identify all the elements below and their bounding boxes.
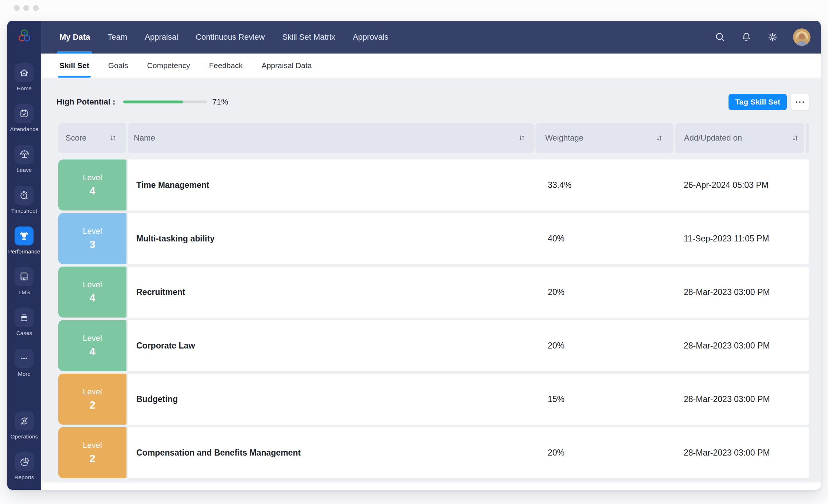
search-icon[interactable] — [714, 31, 726, 43]
skill-name: Corporate Law — [128, 341, 535, 351]
row-card: Time Management 33.4% 26-Apr-2024 05:03 … — [128, 160, 809, 210]
column-header-add-updated-on[interactable]: Add/Updated on — [675, 123, 804, 153]
sidebar: Home Attendance — [7, 21, 41, 490]
column-header-weightage[interactable]: Weightage — [535, 123, 673, 153]
nav-item-my-data[interactable]: My Data — [59, 21, 90, 54]
sort-icon[interactable] — [655, 134, 663, 142]
notification-bell-icon[interactable] — [741, 31, 752, 43]
column-header-name[interactable]: Name — [128, 123, 534, 153]
skill-weightage: 15% — [535, 394, 675, 404]
sidebar-item-cases[interactable]: Cases — [15, 308, 34, 336]
nav-item-approvals[interactable]: Approvals — [353, 21, 388, 54]
content-panel: High Potential : 71% Tag Skill Set ⋯ Sco… — [41, 78, 821, 483]
skill-name: Time Management — [128, 180, 535, 190]
sidebar-item-home[interactable]: Home — [15, 63, 34, 91]
sidebar-item-performance[interactable]: Performance — [8, 227, 40, 255]
level-number: 2 — [89, 453, 95, 465]
toolbar: High Potential : 71% Tag Skill Set ⋯ — [41, 94, 821, 110]
tab-appraisal-data[interactable]: Appraisal Data — [262, 54, 312, 78]
level-word: Level — [83, 334, 102, 343]
sidebar-item-label: LMS — [19, 289, 30, 295]
nav-item-skill-set-matrix[interactable]: Skill Set Matrix — [282, 21, 335, 54]
sidebar-item-attendance[interactable]: Attendance — [10, 104, 39, 132]
level-number: 4 — [89, 185, 95, 197]
sort-icon[interactable] — [109, 134, 117, 142]
sidebar-item-label: Operations — [11, 433, 38, 440]
high-potential-progress-fill — [123, 101, 183, 103]
main-area: My Data Team Appraisal Continuous Review… — [41, 21, 821, 490]
skill-updated-on: 11-Sep-2023 11:05 PM — [675, 234, 809, 244]
window-control-dot[interactable] — [23, 5, 29, 11]
tab-feedback[interactable]: Feedback — [209, 54, 242, 78]
sidebar-item-timesheet[interactable]: Timesheet — [11, 186, 37, 214]
level-word: Level — [83, 387, 102, 397]
table-row[interactable]: Level 2 Budgeting 15% 28-Mar-2023 03:00 … — [58, 374, 809, 425]
skill-name: Multi-tasking ability — [128, 234, 535, 244]
table-row[interactable]: Level 4 Time Management 33.4% 26-Apr-202… — [58, 160, 809, 210]
column-label: Score — [66, 133, 86, 143]
user-avatar[interactable] — [793, 28, 811, 46]
sidebar-item-lms[interactable]: LMS — [15, 267, 34, 295]
tab-skill-set[interactable]: Skill Set — [59, 54, 89, 78]
skill-updated-on: 28-Mar-2023 03:00 PM — [675, 394, 809, 404]
pie-chart-icon — [15, 452, 34, 471]
column-label: Add/Updated on — [684, 133, 742, 143]
sidebar-item-reports[interactable]: Reports — [15, 452, 34, 480]
sidebar-menu: Home Attendance — [8, 63, 40, 377]
sidebar-item-label: Home — [17, 85, 32, 91]
skill-weightage: 40% — [535, 234, 675, 244]
nav-item-appraisal[interactable]: Appraisal — [145, 21, 178, 54]
table-row[interactable]: Level 4 Corporate Law 20% 28-Mar-2023 03… — [58, 320, 809, 371]
sidebar-item-operations[interactable]: Operations — [11, 412, 38, 440]
settings-gear-icon[interactable] — [767, 31, 778, 43]
high-potential-label: High Potential : — [56, 97, 115, 107]
window-control-dot[interactable] — [14, 5, 20, 11]
sidebar-item-more[interactable]: More — [15, 349, 34, 377]
column-label: Weightage — [545, 133, 583, 143]
table-header: Score Name Weightage — [58, 123, 809, 153]
skill-weightage: 20% — [535, 448, 675, 458]
window-control-dot[interactable] — [33, 5, 39, 11]
tab-goals[interactable]: Goals — [108, 54, 128, 78]
skill-name: Compensation and Benefits Management — [128, 448, 535, 458]
sidebar-item-label: Leave — [17, 167, 32, 173]
high-potential-percent: 71% — [212, 97, 228, 107]
column-header-score[interactable]: Score — [58, 123, 126, 153]
sort-icon[interactable] — [791, 134, 799, 142]
calendar-check-icon — [15, 104, 34, 123]
column-header-partial — [806, 123, 809, 153]
sidebar-item-label: Reports — [15, 474, 34, 480]
tag-skill-set-button[interactable]: Tag Skill Set — [729, 94, 787, 110]
skill-weightage: 33.4% — [535, 180, 675, 190]
table-row[interactable]: Level 3 Multi-tasking ability 40% 11-Sep… — [58, 213, 809, 264]
high-potential-progress — [123, 101, 207, 103]
table-row[interactable]: Level 2 Compensation and Benefits Manage… — [58, 427, 809, 478]
home-icon — [15, 63, 34, 82]
tab-competency[interactable]: Competency — [147, 54, 190, 78]
skill-weightage: 20% — [535, 341, 675, 351]
score-level-badge: Level 4 — [58, 320, 126, 371]
level-word: Level — [83, 173, 102, 182]
app-logo-icon[interactable] — [16, 28, 32, 43]
table-row[interactable]: Level 4 Recruitment 20% 28-Mar-2023 03:0… — [58, 267, 809, 318]
skill-name: Recruitment — [128, 287, 535, 297]
score-level-badge: Level 4 — [58, 160, 126, 210]
level-number: 4 — [89, 292, 95, 304]
level-word: Level — [83, 227, 102, 236]
nav-item-team[interactable]: Team — [108, 21, 127, 54]
sidebar-item-label: Performance — [8, 248, 40, 255]
top-nav-items: My Data Team Appraisal Continuous Review… — [59, 21, 388, 54]
sidebar-item-leave[interactable]: Leave — [15, 145, 34, 173]
more-options-button[interactable]: ⋯ — [791, 94, 809, 110]
skill-name: Budgeting — [128, 394, 535, 404]
skill-updated-on: 26-Apr-2024 05:03 PM — [675, 180, 809, 190]
skill-weightage: 20% — [535, 287, 675, 297]
sort-icon[interactable] — [518, 134, 526, 142]
book-icon — [15, 267, 34, 286]
nav-item-continuous-review[interactable]: Continuous Review — [196, 21, 265, 54]
top-navigation: My Data Team Appraisal Continuous Review… — [41, 21, 821, 54]
row-card: Compensation and Benefits Management 20%… — [128, 427, 809, 478]
window-controls[interactable] — [14, 5, 39, 11]
sidebar-item-label: Timesheet — [11, 208, 37, 214]
sub-tabs: Skill Set Goals Competency Feedback Appr… — [41, 54, 821, 78]
